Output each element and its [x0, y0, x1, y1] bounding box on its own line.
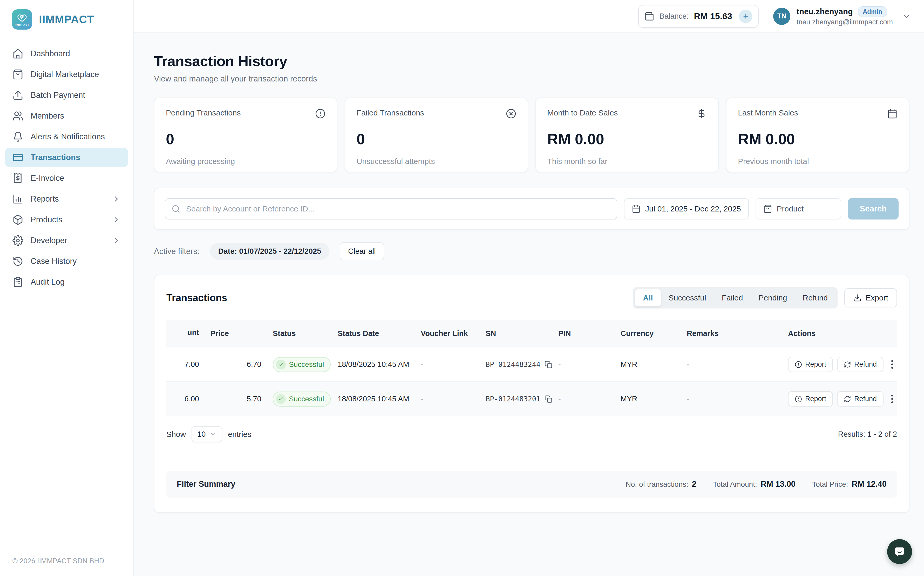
transactions-card: Transactions All Successful Failed Pendi… [154, 275, 910, 513]
sidebar-item-digital-marketplace[interactable]: Digital Marketplace [5, 65, 128, 84]
brand-logo[interactable]: IIMMPACT IIMMPACT [0, 0, 133, 30]
row-menu-button[interactable] [888, 392, 897, 406]
transactions-title: Transactions [167, 293, 633, 304]
sidebar-item-audit-log[interactable]: Audit Log [5, 272, 128, 292]
row-menu-button[interactable] [888, 358, 897, 371]
calendar-icon [632, 205, 641, 213]
tab-failed[interactable]: Failed [714, 289, 751, 306]
home-icon [13, 48, 23, 59]
date-range-value: Jul 01, 2025 - Dec 22, 2025 [645, 205, 741, 213]
status-badge: Successful [273, 357, 331, 372]
cell-status-date: 18/08/2025 10:45 AM [338, 347, 421, 382]
page-size-select[interactable]: 10 [192, 426, 222, 442]
date-range-button[interactable]: Jul 01, 2025 - Dec 22, 2025 [624, 198, 749, 219]
sidebar-item-e-invoice[interactable]: E-Invoice [5, 169, 128, 188]
cell-remarks: - [687, 347, 788, 382]
sidebar-item-developer[interactable]: Developer [5, 231, 128, 250]
cell-actions: Report Refund [788, 347, 897, 382]
cell-price: 5.70 [210, 382, 273, 416]
divider [154, 457, 909, 457]
tab-refund[interactable]: Refund [795, 289, 836, 306]
bell-icon [13, 131, 23, 142]
copy-icon[interactable] [544, 361, 552, 368]
cell-amount: 6.00 [167, 382, 210, 416]
chevron-right-icon [112, 195, 121, 203]
refresh-icon [844, 395, 851, 403]
report-button[interactable]: Report [788, 357, 833, 372]
refund-button[interactable]: Refund [837, 357, 884, 372]
bar-chart-icon [13, 194, 23, 205]
report-button[interactable]: Report [788, 391, 833, 406]
balance-chip[interactable]: Balance: RM 15.63 [638, 5, 759, 28]
col-status-date: Status Date [338, 320, 421, 347]
col-sn: SN [485, 320, 558, 347]
sidebar-item-transactions[interactable]: Transactions [5, 148, 128, 167]
summary-count-value: 2 [692, 480, 697, 489]
copyright-text: © 2026 IIMMPACT SDN BHD [13, 557, 104, 565]
stat-title: Failed Transactions [357, 109, 424, 117]
calendar-icon [887, 109, 898, 119]
sidebar-item-alerts-notifications[interactable]: Alerts & Notifications [5, 127, 128, 146]
search-icon [171, 205, 180, 213]
chevron-right-icon [112, 215, 121, 224]
user-menu[interactable]: TN tneu.zhenyang Admin tneu.zhenyang@iim… [773, 6, 911, 26]
shopping-bag-icon [13, 69, 23, 80]
product-select[interactable]: Product [756, 198, 841, 219]
refresh-icon [844, 361, 851, 368]
stat-card-last-month-sales: Last Month Sales RM 0.00 Previous month … [726, 98, 910, 172]
stat-card-pending: Pending Transactions 0 Awaiting processi… [154, 98, 338, 172]
search-button[interactable]: Search [848, 198, 898, 219]
sidebar-item-products[interactable]: Products [5, 210, 128, 229]
stats-row: Pending Transactions 0 Awaiting processi… [154, 98, 910, 172]
clear-all-button[interactable]: Clear all [340, 242, 384, 260]
shopping-bag-icon [763, 205, 772, 213]
cell-sn: BP-0124483244 [485, 347, 558, 382]
sidebar-item-label: Digital Marketplace [30, 70, 99, 79]
export-button[interactable]: Export [844, 288, 897, 307]
cell-pin: - [558, 382, 621, 416]
summary-price-value: RM 12.40 [852, 480, 887, 489]
active-filters-row: Active filters: Date: 01/07/2025 - 22/12… [154, 242, 910, 260]
search-input[interactable] [165, 198, 617, 219]
sidebar-item-dashboard[interactable]: Dashboard [5, 44, 128, 63]
chat-bubble-icon [894, 546, 906, 558]
sidebar-item-reports[interactable]: Reports [5, 189, 128, 209]
cell-status: Successful [273, 382, 338, 416]
copy-icon[interactable] [544, 395, 552, 403]
x-circle-icon [506, 109, 516, 119]
cell-currency: MYR [621, 382, 687, 416]
stat-caption: Unsuccessful attempts [357, 157, 516, 166]
filter-summary-title: Filter Summary [177, 480, 626, 489]
stat-caption: Previous month total [738, 157, 898, 166]
balance-value: RM 15.63 [694, 11, 732, 21]
history-icon [13, 256, 23, 267]
sidebar-item-label: Members [30, 111, 64, 121]
heart-hands-icon [16, 13, 28, 23]
refund-button[interactable]: Refund [837, 391, 884, 406]
stat-title: Month to Date Sales [548, 109, 618, 117]
sidebar-item-label: Developer [30, 236, 67, 245]
stat-value: RM 0.00 [738, 130, 898, 148]
export-label: Export [866, 293, 888, 302]
chat-widget-button[interactable] [887, 539, 912, 564]
tab-all[interactable]: All [635, 289, 661, 306]
col-price: Price [210, 320, 273, 347]
sidebar-item-label: Dashboard [30, 49, 70, 58]
chevron-down-icon[interactable] [902, 12, 911, 21]
topup-button[interactable] [739, 10, 753, 23]
user-name: tneu.zhenyang [797, 7, 853, 16]
alert-circle-icon [795, 395, 802, 403]
tab-successful[interactable]: Successful [661, 289, 714, 306]
sidebar-item-members[interactable]: Members [5, 106, 128, 126]
summary-count-label: No. of transactions: [626, 480, 688, 488]
sidebar-item-case-history[interactable]: Case History [5, 252, 128, 271]
download-icon [853, 294, 862, 302]
sidebar-item-batch-payment[interactable]: Batch Payment [5, 86, 128, 105]
page-size-value: 10 [197, 430, 205, 438]
filter-summary-bar: Filter Summary No. of transactions: 2 To… [167, 470, 897, 498]
logo-micro-text: IIMMPACT [15, 24, 29, 26]
sidebar-item-label: Products [30, 215, 62, 224]
tab-pending[interactable]: Pending [751, 289, 795, 306]
check-icon [276, 360, 286, 370]
alert-circle-icon [795, 361, 802, 368]
